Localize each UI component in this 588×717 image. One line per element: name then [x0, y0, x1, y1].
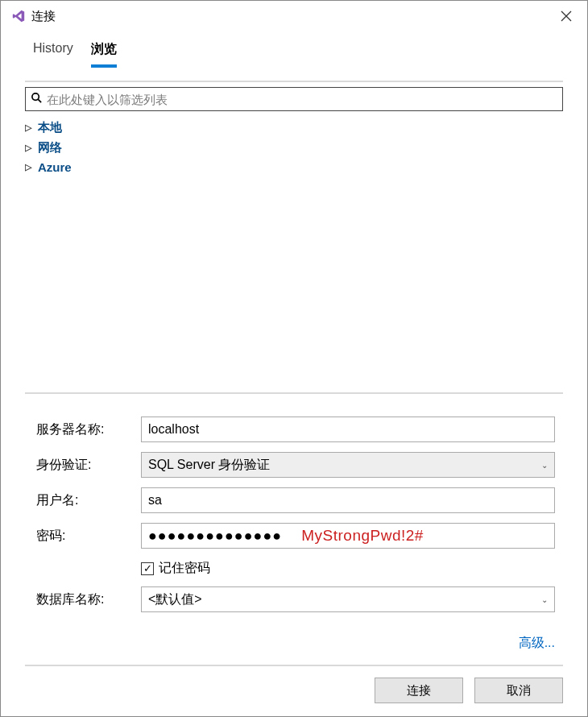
- tree-item-azure[interactable]: ▷ Azure: [25, 158, 563, 176]
- chevron-down-icon: ⌄: [536, 461, 548, 470]
- close-icon[interactable]: [553, 3, 579, 29]
- svg-point-0: [31, 93, 38, 100]
- database-name-value: <默认值>: [148, 591, 536, 608]
- advanced-link[interactable]: 高级...: [519, 636, 555, 649]
- tree-item-network[interactable]: ▷ 网络: [25, 138, 563, 158]
- chevron-right-icon: ▷: [25, 162, 38, 172]
- tree-item-label: Azure: [38, 160, 72, 174]
- chevron-right-icon: ▷: [25, 122, 38, 133]
- visual-studio-icon: [10, 8, 27, 24]
- server-name-label: 服务器名称:: [36, 421, 141, 438]
- database-name-label: 数据库名称:: [36, 591, 141, 608]
- password-mask: ●●●●●●●●●●●●●●: [148, 528, 282, 545]
- server-name-input[interactable]: [141, 417, 555, 442]
- divider: [25, 81, 563, 82]
- tree-item-label: 网络: [38, 140, 62, 155]
- database-name-select[interactable]: <默认值> ⌄: [141, 586, 555, 612]
- remember-password-label: 记住密码: [159, 560, 210, 577]
- search-icon: [26, 92, 47, 106]
- chevron-down-icon: ⌄: [536, 595, 548, 604]
- password-overlay-text: MyStrongPwd!2#: [301, 527, 424, 545]
- checkbox-icon: ✓: [141, 562, 154, 575]
- authentication-select[interactable]: SQL Server 身份验证 ⌄: [141, 452, 555, 478]
- username-label: 用户名:: [36, 492, 141, 509]
- svg-line-1: [38, 99, 41, 102]
- search-input[interactable]: [47, 89, 562, 110]
- authentication-label: 身份验证:: [36, 457, 141, 474]
- username-input[interactable]: [141, 487, 555, 513]
- authentication-value: SQL Server 身份验证: [148, 457, 536, 474]
- tree-item-local[interactable]: ▷ 本地: [25, 118, 563, 138]
- tree-item-label: 本地: [38, 120, 62, 135]
- search-box[interactable]: [25, 87, 563, 111]
- tab-history[interactable]: History: [33, 39, 73, 68]
- window-title: 连接: [31, 9, 553, 24]
- connect-button[interactable]: 连接: [375, 678, 463, 703]
- tab-browse[interactable]: 浏览: [91, 39, 117, 68]
- password-label: 密码:: [36, 528, 141, 545]
- cancel-button[interactable]: 取消: [474, 678, 563, 703]
- chevron-right-icon: ▷: [25, 143, 38, 153]
- password-input[interactable]: ●●●●●●●●●●●●●● MyStrongPwd!2#: [141, 523, 555, 549]
- remember-password-checkbox[interactable]: ✓ 记住密码: [141, 560, 555, 577]
